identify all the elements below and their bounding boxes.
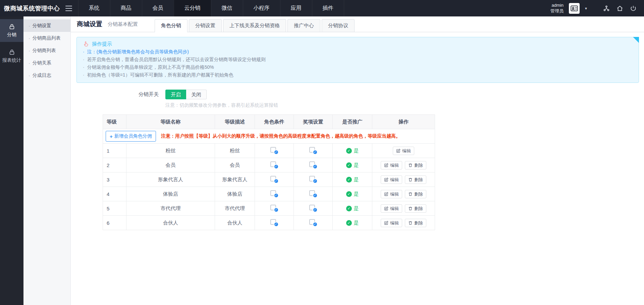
- reward-config-icon[interactable]: ✓: [309, 219, 318, 227]
- switch-off-button[interactable]: 关闭: [186, 90, 207, 99]
- check-circle-icon: ✓: [346, 148, 352, 154]
- sidebar-item-commission-log[interactable]: · 分成日志: [23, 69, 70, 82]
- rail-item-label: 报表统计: [2, 57, 21, 63]
- topnav-item-plugins[interactable]: 插件: [312, 0, 344, 16]
- tab-distribution-settings[interactable]: 分销设置: [189, 19, 222, 32]
- table-row: 5 市代代理 市代代理 ✓ ✓ ✓是 编辑 删除: [103, 201, 435, 216]
- delete-button[interactable]: 删除: [405, 175, 426, 184]
- user-info[interactable]: admin 管理员: [550, 3, 564, 14]
- role-condition-config-icon[interactable]: ✓: [270, 147, 279, 155]
- cell-name: 会员: [126, 158, 215, 172]
- reward-config-icon[interactable]: ✓: [309, 147, 318, 155]
- roles-table: 等级 等级名称 等级描述 角色条件 奖项设置 是否推广 操作 +: [103, 114, 435, 230]
- id-card-icon: [570, 4, 579, 13]
- cell-desc: 市代代理: [215, 201, 255, 216]
- add-member-role-button[interactable]: + 新增会员角色分佣: [106, 131, 156, 142]
- edit-button[interactable]: 编辑: [381, 175, 402, 184]
- cell-level: 6: [103, 216, 126, 230]
- reward-config-icon[interactable]: ✓: [309, 190, 318, 198]
- reward-config-icon[interactable]: ✓: [309, 175, 318, 184]
- lock-icon: [9, 49, 15, 55]
- bullet-icon: ·: [29, 23, 30, 29]
- cell-desc: 体验店: [215, 187, 255, 201]
- check-circle-icon: ✓: [346, 162, 352, 168]
- check-circle-icon: ✓: [346, 220, 352, 226]
- col-promote: 是否推广: [333, 115, 372, 129]
- distribution-switch-row: 分销开关 开启 关闭: [76, 90, 639, 99]
- power-icon[interactable]: [629, 4, 637, 12]
- topnav-item-members[interactable]: 会员: [142, 0, 174, 16]
- module-rail: 分销 报表统计: [0, 16, 23, 305]
- pointing-hand-icon: [83, 41, 89, 47]
- sidebar-item-distribution-relations[interactable]: · 分销关系: [23, 57, 70, 69]
- topnav-item-apps[interactable]: 应用: [280, 0, 312, 16]
- table-row: 2 会员 会员 ✓ ✓ ✓是 编辑 删除: [103, 158, 435, 172]
- edit-icon: [384, 163, 388, 167]
- cell-name: 形象代言人: [126, 172, 215, 187]
- cell-desc: 粉丝: [215, 144, 255, 158]
- rail-item-report-stats[interactable]: 报表统计: [0, 45, 23, 67]
- col-level: 等级: [103, 115, 126, 129]
- top-navigation: 系统 商品 会员 云分销 微信 小程序 应用 插件: [78, 0, 344, 16]
- role-condition-config-icon[interactable]: ✓: [270, 204, 279, 212]
- topnav-item-cloud-distribution[interactable]: 云分销: [174, 0, 211, 16]
- user-name: admin: [550, 3, 564, 8]
- delete-button[interactable]: 删除: [405, 204, 426, 213]
- avatar[interactable]: [569, 3, 580, 14]
- cell-level: 5: [103, 201, 126, 216]
- network-nodes-icon[interactable]: [602, 4, 610, 12]
- bullet-icon: ·: [83, 57, 85, 62]
- tab-promotion-center[interactable]: 推广中心: [287, 19, 320, 32]
- topbar: 微商城系统管理中心 系统 商品 会员 云分销 微信 小程序 应用 插件 admi…: [0, 0, 644, 16]
- tab-updownline-qualification[interactable]: 上下线关系及分销资格: [223, 19, 286, 32]
- user-dropdown-caret-icon[interactable]: ▾: [585, 6, 587, 11]
- edit-button[interactable]: 编辑: [381, 190, 402, 198]
- topnav-item-miniprogram[interactable]: 小程序: [243, 0, 280, 16]
- edit-button[interactable]: 编辑: [381, 161, 402, 169]
- reward-config-icon[interactable]: ✓: [309, 204, 318, 212]
- edit-icon: [396, 149, 400, 153]
- role-condition-config-icon[interactable]: ✓: [270, 175, 279, 184]
- role-condition-config-icon[interactable]: ✓: [270, 190, 279, 198]
- cell-name: 合伙人: [126, 216, 215, 230]
- cell-desc: 形象代言人: [215, 172, 255, 187]
- topnav-item-wechat[interactable]: 微信: [211, 0, 243, 16]
- col-reward-settings: 奖项设置: [294, 115, 333, 129]
- cell-desc: 合伙人: [215, 216, 255, 230]
- table-toolbar-row: + 新增会员角色分佣 注意：用户按照【等级】从小到大的顺序升级，请按照角色的高级…: [103, 129, 435, 144]
- role-condition-config-icon[interactable]: ✓: [270, 219, 279, 227]
- tab-role-distribution[interactable]: 角色分销: [155, 19, 187, 32]
- delete-button[interactable]: 删除: [405, 190, 426, 198]
- menu-toggle-icon[interactable]: [65, 6, 72, 11]
- tab-distribution-agreement[interactable]: 分销协议: [322, 19, 355, 32]
- delete-button[interactable]: 删除: [405, 161, 426, 169]
- edit-button[interactable]: 编辑: [381, 219, 402, 227]
- reward-config-icon[interactable]: ✓: [309, 161, 318, 169]
- role-condition-config-icon[interactable]: ✓: [270, 161, 279, 169]
- topnav-item-goods[interactable]: 商品: [110, 0, 142, 16]
- promote-status: ✓是: [346, 205, 359, 212]
- delete-button[interactable]: 删除: [405, 219, 426, 227]
- edit-button[interactable]: 编辑: [393, 147, 414, 155]
- switch-on-button[interactable]: 开启: [165, 90, 186, 99]
- sidebar-item-distribution-goods-list[interactable]: · 分销商品列表: [23, 32, 70, 44]
- topbar-right: admin 管理员 ▾: [550, 3, 644, 14]
- col-role-condition: 角色条件: [255, 115, 294, 129]
- promote-status: ✓是: [346, 191, 359, 197]
- promote-status: ✓是: [346, 162, 359, 168]
- sidebar-item-distribution-settings[interactable]: · 分销设置: [23, 19, 70, 32]
- alert-line: ·初始角色（等级=1）可编辑不可删除，所有新建的用户都属于初始角色: [83, 71, 633, 79]
- sidebar-item-distributor-list[interactable]: · 分销商列表: [23, 44, 70, 57]
- app-logo: 微商城系统管理中心: [0, 4, 65, 12]
- topnav-item-system[interactable]: 系统: [78, 0, 110, 16]
- col-actions: 操作: [372, 115, 435, 129]
- bullet-icon: ·: [29, 73, 30, 78]
- rail-item-distribution[interactable]: 分销: [0, 19, 23, 42]
- home-icon[interactable]: [616, 4, 624, 12]
- check-circle-icon: ✓: [346, 191, 352, 197]
- edit-icon: [384, 192, 388, 196]
- tab-basic-config[interactable]: 分销基本配置: [108, 21, 138, 28]
- operation-tip-alert: 操作提示 ·注：(角色分销新增角色将会与会员等级角色同步) ·若开启角色分销，普…: [76, 37, 639, 83]
- edit-button[interactable]: 编辑: [381, 204, 402, 213]
- table-warning-text: 注意：用户按照【等级】从小到大的顺序升级，请按照角色的高级程度来配置角色，越高级…: [161, 133, 400, 139]
